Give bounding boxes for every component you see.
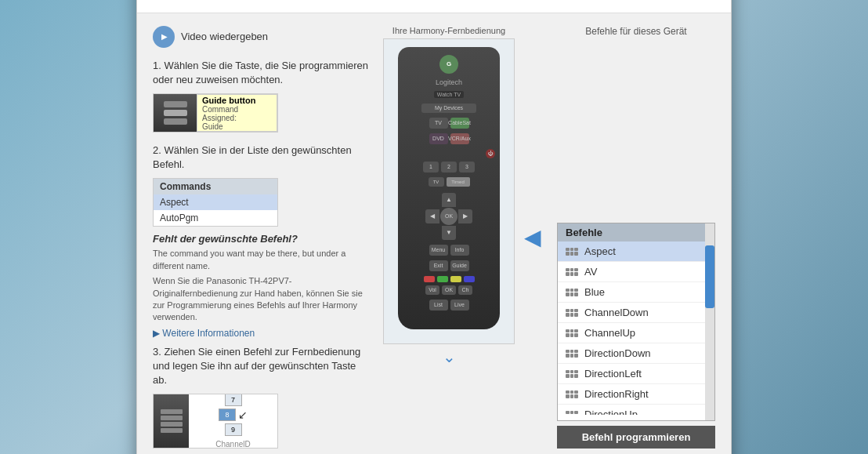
command-item-blue[interactable]: Blue xyxy=(558,282,714,303)
play-icon[interactable] xyxy=(153,26,175,48)
yellow-btn[interactable] xyxy=(450,276,461,282)
thumb-btn-2 xyxy=(164,110,187,116)
blue-btn[interactable] xyxy=(464,276,475,282)
cablesat-btn[interactable]: CableSat xyxy=(450,118,469,129)
step3-btn-3 xyxy=(161,422,183,427)
step2-text: 2. Wählen Sie in der Liste den gewünscht… xyxy=(153,143,372,172)
vol-label: Vol xyxy=(425,285,439,295)
guide-btn[interactable]: Guide xyxy=(450,260,469,271)
power-btn[interactable]: ⏻ xyxy=(486,149,495,158)
tv-cable-row: TV CableSat xyxy=(429,118,469,129)
program-button[interactable]: Befehl programmieren xyxy=(557,426,715,449)
commands-header: Commands xyxy=(154,179,277,194)
step3-btn-2 xyxy=(161,416,183,420)
vcr-btn[interactable]: VCR/Aux xyxy=(450,133,469,144)
my-devices-btn[interactable]: My Devices xyxy=(421,104,476,113)
colored-row xyxy=(424,276,475,282)
command-label: DirectionDown xyxy=(584,347,651,359)
command-label: ChannelUp xyxy=(584,327,635,339)
center-panel: Ihre Harmony-Fernbedienung G Logitech Wa… xyxy=(383,26,515,366)
step1-text: 1. Wählen Sie die Taste, die Sie program… xyxy=(153,59,372,87)
num2[interactable]: 2 xyxy=(441,162,457,173)
command-label: DirectionUp xyxy=(584,409,638,415)
command-item-directionleft[interactable]: DirectionLeft xyxy=(558,364,714,384)
missing-command-text1: The command you want may be there, but u… xyxy=(153,248,372,272)
remote-body: G Logitech Watch TV My Devices TV CableS… xyxy=(398,47,500,329)
ok-btn-2[interactable]: OK xyxy=(442,285,456,295)
command-label: Blue xyxy=(584,286,605,298)
video-label[interactable]: Video wiedergeben xyxy=(181,31,268,42)
command-label: Aspect xyxy=(584,245,616,257)
left-panel: Video wiedergeben 1. Wählen Sie die Tast… xyxy=(153,26,372,449)
dvd-btn[interactable]: DVD xyxy=(429,133,448,144)
timed-btn[interactable]: Timed xyxy=(447,177,470,187)
tooltip-title: Guide button xyxy=(202,96,272,105)
command-item-autopgm[interactable]: AutoPgm xyxy=(154,210,277,226)
tooltip-value: Guide xyxy=(202,122,272,131)
exit-guide-row: Exit Guide xyxy=(429,260,469,271)
thumb-btn-3 xyxy=(164,118,187,125)
num1[interactable]: 1 xyxy=(423,162,439,173)
green-btn[interactable] xyxy=(437,276,448,282)
command-item-channeldown[interactable]: ChannelDown xyxy=(558,303,714,323)
step1-tooltip: Guide button Command Assigned: Guide xyxy=(197,94,277,132)
video-row: Video wiedergeben xyxy=(153,26,372,48)
step3-image: 7 8 ↙ 9 ChannelD xyxy=(153,394,278,449)
commands-list-header: Befehle xyxy=(558,223,714,242)
tooltip-assigned: Command Assigned: xyxy=(202,105,272,122)
modal-header: Funktionen der Fernbedienungstasten ände… xyxy=(137,0,731,13)
modal-subtitle: Panasonic TH-42PV7 xyxy=(156,0,712,2)
red-btn[interactable] xyxy=(424,276,435,282)
dpad-ok-btn[interactable]: OK xyxy=(440,208,458,225)
info-btn[interactable]: Info xyxy=(450,245,469,256)
dpad-down-btn[interactable]: ▼ xyxy=(442,226,456,240)
exit-btn[interactable]: Exit xyxy=(429,260,448,271)
commands-list-container: Befehle AspectAVBlueChannelDownChannelUp… xyxy=(557,223,715,421)
menu-info-row: Menu Info xyxy=(429,245,469,256)
command-label: DirectionLeft xyxy=(584,368,642,380)
missing-command-title: Fehlt der gewünschte Befehl? xyxy=(153,233,372,245)
menu-btn[interactable]: Menu xyxy=(429,245,448,256)
tv-btn[interactable]: TV xyxy=(429,118,448,129)
step3-cell-8: 8 xyxy=(219,409,236,421)
dpad-left-btn[interactable]: ◀ xyxy=(425,209,439,223)
power-row: ⏻ xyxy=(403,149,495,158)
tv-guide-btn[interactable]: TV xyxy=(429,177,444,187)
step3-remote-thumb xyxy=(154,394,189,448)
step3-grid: 7 8 ↙ 9 ChannelD xyxy=(189,394,277,448)
live-btn[interactable]: Live xyxy=(450,300,469,311)
more-info-link[interactable]: Weitere Informationen xyxy=(153,328,255,339)
step3-cell-9: 9 xyxy=(225,423,242,436)
commands-list: AspectAVBlueChannelDownChannelUpDirectio… xyxy=(558,242,714,415)
list-btn[interactable]: List xyxy=(429,300,448,311)
command-item-aspect[interactable]: Aspect xyxy=(558,242,714,262)
dpad[interactable]: ▲ ▼ ◀ ▶ OK xyxy=(425,193,472,240)
step1-remote-thumb xyxy=(154,94,197,132)
step3-cell-1: 7 xyxy=(225,394,242,406)
logitech-logo: G xyxy=(439,55,458,74)
command-icon xyxy=(566,350,578,358)
dpad-right-btn[interactable]: ▶ xyxy=(458,209,472,223)
tvguide-row: TV Timed xyxy=(429,177,470,187)
commands-panel-label: Befehle für dieses Gerät xyxy=(557,26,715,223)
command-icon xyxy=(566,289,578,296)
drag-arrow-icon: ◀ xyxy=(524,224,541,250)
command-item-aspect[interactable]: Aspect xyxy=(154,194,277,210)
command-item-av[interactable]: AV xyxy=(558,262,714,282)
missing-command-text2: Wenn Sie die Panasonic TH-42PV7-Original… xyxy=(153,275,372,324)
list-live-row: List Live xyxy=(429,300,469,311)
dpad-up-btn[interactable]: ▲ xyxy=(442,193,456,207)
step3-btn-1 xyxy=(161,409,183,414)
command-item-directionright[interactable]: DirectionRight xyxy=(558,384,714,405)
command-item-channelup[interactable]: ChannelUp xyxy=(558,323,714,343)
scrollbar[interactable] xyxy=(705,223,714,420)
num-row-1: 1 2 3 xyxy=(423,162,475,173)
scrollbar-thumb[interactable] xyxy=(705,245,714,308)
logo-letter: G xyxy=(447,60,451,67)
command-item-directiondown[interactable]: DirectionDown xyxy=(558,343,714,364)
chevron-down-icon: ⌄ xyxy=(443,347,456,366)
command-item-directionup[interactable]: DirectionUp xyxy=(558,405,714,415)
missing-command-section: Fehlt der gewünschte Befehl? The command… xyxy=(153,233,372,338)
center-wrapper: Ihre Harmony-Fernbedienung G Logitech Wa… xyxy=(383,26,546,449)
num3[interactable]: 3 xyxy=(459,162,475,173)
